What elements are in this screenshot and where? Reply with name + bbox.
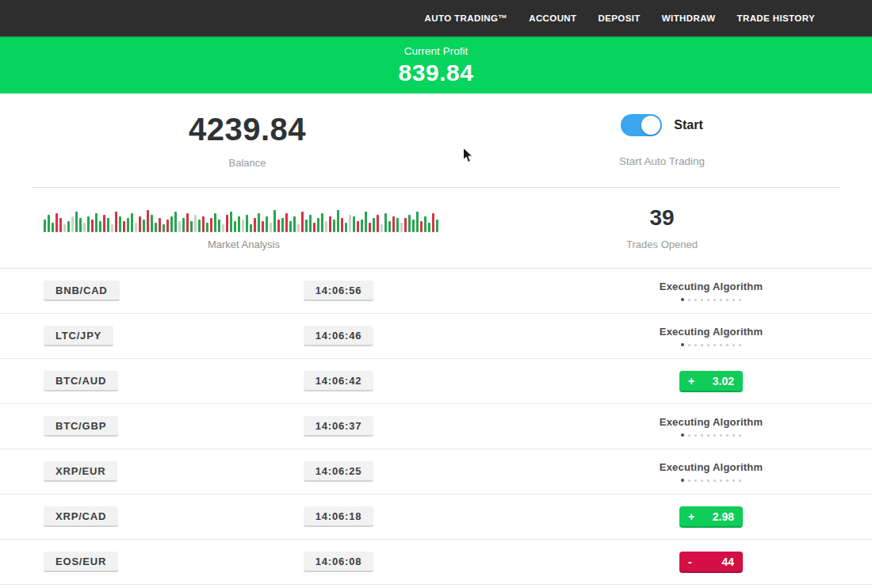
- time-badge: 14:06:18: [304, 506, 373, 527]
- table-row: BTC/GBP 14:06:37 Executing Algorithm: [0, 404, 872, 449]
- time-badge: 14:06:25: [304, 461, 373, 482]
- market-bar: [416, 212, 419, 232]
- market-bar: [127, 218, 129, 232]
- progress-dots: [681, 343, 741, 346]
- executing-label: Executing Algorithm: [660, 281, 763, 292]
- status-cell: Executing Algorithm: [550, 461, 872, 482]
- market-bar: [412, 220, 415, 232]
- top-nav-bar: AUTO TRADING™ ACCOUNT DEPOSIT WITHDRAW T…: [0, 0, 872, 36]
- market-analysis-label: Market Analysis: [44, 239, 444, 250]
- toggle-caption: Start Auto Trading: [619, 155, 705, 167]
- market-bar: [115, 212, 117, 232]
- market-bar: [131, 213, 133, 232]
- market-bar: [353, 216, 355, 232]
- market-bar: [365, 212, 367, 232]
- pair-badge: EOS/EUR: [44, 552, 118, 572]
- pair-badge: LTC/JPY: [44, 326, 113, 346]
- market-bar: [166, 220, 169, 232]
- nav-item-auto-trading[interactable]: AUTO TRADING™: [425, 13, 508, 23]
- market-bar: [317, 218, 319, 232]
- market-bar: [266, 216, 268, 232]
- market-bar: [313, 223, 316, 232]
- pair-badge: BTC/AUD: [44, 371, 118, 391]
- balance-value: 4239.84: [189, 112, 306, 147]
- market-bar: [404, 218, 407, 232]
- market-bar: [333, 220, 335, 232]
- market-bar: [63, 224, 66, 232]
- market-analysis-chart: [44, 205, 444, 232]
- status-cell: Executing Algorithm: [550, 326, 872, 346]
- market-bar: [277, 220, 280, 232]
- market-bar: [159, 218, 161, 232]
- market-bar: [135, 223, 137, 232]
- market-bar: [321, 213, 323, 232]
- market-bar: [250, 224, 252, 232]
- table-row: XRP/CAD 14:06:18 +2.98: [0, 494, 872, 540]
- market-bar: [254, 218, 256, 232]
- toggle-knob: [641, 116, 660, 135]
- current-profit-banner: Current Profit 839.84: [0, 36, 872, 94]
- executing-status: Executing Algorithm: [660, 281, 763, 301]
- market-bar: [388, 221, 391, 232]
- executing-label: Executing Algorithm: [660, 461, 763, 473]
- nav-item-account[interactable]: ACCOUNT: [529, 13, 576, 23]
- executing-status: Executing Algorithm: [660, 461, 763, 482]
- market-bar: [147, 210, 149, 232]
- table-row: EOS/EUR 14:06:08 -44: [0, 540, 872, 585]
- market-bar: [178, 221, 181, 232]
- market-bar: [432, 213, 434, 232]
- market-bar: [79, 218, 82, 232]
- market-bar: [396, 218, 399, 232]
- market-bar: [87, 216, 90, 232]
- market-bar: [357, 221, 359, 232]
- market-bar: [305, 220, 308, 232]
- market-bar: [262, 221, 264, 232]
- market-bar: [139, 216, 141, 232]
- market-bar: [91, 220, 94, 232]
- market-bar: [281, 218, 284, 232]
- market-bar: [99, 221, 101, 232]
- market-bar: [48, 215, 50, 232]
- pair-badge: BTC/GBP: [44, 416, 118, 437]
- toggle-state-label: Start: [674, 118, 702, 132]
- nav-item-deposit[interactable]: DEPOSIT: [599, 13, 641, 23]
- table-row: BTC/AUD 14:06:42 +3.02: [0, 359, 872, 404]
- nav-item-trade-history[interactable]: TRADE HISTORY: [737, 13, 816, 23]
- status-cell: +2.98: [550, 506, 872, 528]
- market-bar: [163, 224, 165, 232]
- progress-dots: [681, 298, 741, 301]
- start-auto-trading-toggle[interactable]: [621, 114, 662, 136]
- market-bar: [436, 220, 438, 232]
- time-badge: 14:06:56: [304, 281, 373, 301]
- market-bar: [222, 224, 224, 232]
- market-bar: [242, 220, 244, 232]
- market-bar: [174, 212, 177, 232]
- time-badge: 14:06:46: [304, 326, 373, 346]
- market-bar: [198, 220, 201, 232]
- market-bar: [186, 213, 189, 232]
- balance-label: Balance: [229, 157, 266, 169]
- market-bar: [258, 213, 260, 232]
- market-bar: [226, 215, 228, 232]
- market-bar: [95, 213, 98, 232]
- market-bar: [83, 223, 86, 232]
- market-bar: [293, 216, 296, 232]
- market-bar: [369, 223, 371, 232]
- mouse-cursor: [462, 147, 474, 164]
- pair-badge: XRP/EUR: [44, 461, 117, 482]
- executing-status: Executing Algorithm: [660, 326, 763, 346]
- market-bar: [170, 216, 173, 232]
- balance-block: 4239.84 Balance: [0, 94, 495, 187]
- market-bar: [349, 215, 351, 232]
- table-row: LTC/JPY 14:06:46 Executing Algorithm: [0, 314, 872, 359]
- trades-opened-label: Trades Opened: [626, 239, 698, 250]
- progress-dots: [681, 479, 741, 482]
- pair-badge: BNB/CAD: [44, 281, 120, 301]
- nav-item-withdraw[interactable]: WITHDRAW: [662, 13, 716, 23]
- market-bar: [103, 215, 105, 232]
- market-bar: [381, 224, 383, 232]
- market-bar: [377, 215, 379, 232]
- market-bar: [273, 210, 276, 232]
- market-bar: [270, 223, 272, 232]
- market-bar: [71, 216, 74, 232]
